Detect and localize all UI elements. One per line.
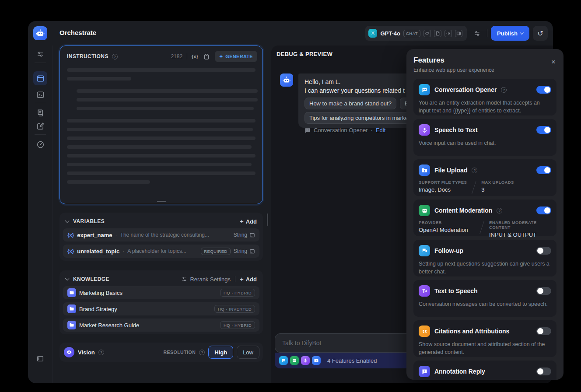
knowledge-title: KNOWLEDGE bbox=[73, 276, 109, 282]
feature-card-follow-up: Follow-up Setting up next questions sugg… bbox=[413, 240, 556, 276]
feature-card-speech-to-text: Speech to Text Voice input can be used i… bbox=[413, 119, 556, 156]
sliders-icon bbox=[181, 276, 187, 282]
speech-to-text-mini-icon bbox=[301, 356, 310, 365]
audio-capability-icon bbox=[444, 30, 452, 37]
follow-up-toggle[interactable] bbox=[536, 247, 551, 255]
robot-icon bbox=[35, 28, 45, 38]
help-icon[interactable]: ? bbox=[112, 54, 118, 60]
help-icon[interactable]: ? bbox=[472, 168, 477, 173]
feature-card-annotation-reply: Annotation Reply bbox=[413, 360, 556, 380]
scrollbar-thumb[interactable] bbox=[267, 214, 268, 226]
help-icon[interactable]: ? bbox=[501, 87, 507, 93]
variables-title: VARIABLES bbox=[73, 218, 105, 224]
content-moderation-toggle[interactable] bbox=[536, 206, 551, 214]
knowledge-item[interactable]: Marketing Basics HQ · HYBRID bbox=[63, 286, 259, 299]
dataset-folder-icon bbox=[67, 304, 76, 313]
close-icon[interactable]: × bbox=[551, 58, 556, 66]
help-icon[interactable]: ? bbox=[497, 208, 502, 214]
publish-button[interactable]: Publish bbox=[491, 26, 529, 41]
instructions-panel[interactable]: INSTRUCTIONS ? 2182 {x} ✦ GENERATE bbox=[60, 46, 263, 204]
sidebar-collapse-button[interactable] bbox=[34, 353, 46, 365]
features-panel: Features × Enhance web app user experien… bbox=[406, 49, 564, 380]
openai-logo-icon: ✳ bbox=[368, 29, 377, 38]
required-badge: REQUIRED bbox=[201, 248, 230, 255]
vision-section: Vision ? RESOLUTION ? High Low bbox=[60, 343, 263, 362]
text-to-speech-icon bbox=[419, 285, 430, 297]
file-upload-toggle[interactable] bbox=[536, 166, 551, 174]
sidebar-item-logs[interactable] bbox=[34, 107, 46, 119]
file-upload-icon bbox=[419, 164, 430, 176]
annotation-reply-icon bbox=[419, 366, 430, 377]
variable-row[interactable]: {x} expert_name · The name of the strate… bbox=[63, 228, 259, 242]
text-to-speech-toggle[interactable] bbox=[536, 287, 551, 295]
vision-eye-icon bbox=[64, 347, 74, 357]
instructions-text-skeleton bbox=[60, 62, 262, 184]
add-variable-button[interactable]: +Add bbox=[240, 218, 257, 225]
copy-button[interactable] bbox=[202, 52, 211, 61]
help-icon[interactable]: ? bbox=[98, 350, 104, 355]
debug-preview-title: DEBUG & PREVIEW bbox=[276, 51, 332, 57]
resize-handle[interactable] bbox=[157, 201, 166, 202]
insert-variable-button[interactable]: {x} bbox=[192, 54, 198, 59]
knowledge-item[interactable]: Market Research Guide HQ · HYBRID bbox=[63, 318, 259, 332]
generate-button[interactable]: ✦ GENERATE bbox=[215, 51, 257, 62]
feature-card-content-moderation: Content Moderation ? PROVIDEROpenAI Mode… bbox=[413, 200, 556, 236]
collapse-chevron-icon[interactable] bbox=[65, 219, 70, 223]
feature-card-file-upload: File Upload ? SUPPORT FILE TYPESImage, D… bbox=[413, 159, 556, 196]
instructions-title: INSTRUCTIONS bbox=[67, 53, 108, 60]
sidebar-item-settings[interactable] bbox=[34, 48, 46, 60]
sidebar-item-orchestrate[interactable] bbox=[33, 71, 47, 85]
variable-token-icon: {x} bbox=[67, 232, 74, 238]
resolution-high-button[interactable]: High bbox=[208, 346, 233, 359]
model-mode-badge: CHAT bbox=[403, 30, 420, 37]
features-panel-title: Features bbox=[413, 56, 556, 65]
chat-bubble-icon bbox=[304, 127, 311, 133]
model-selector[interactable]: ✳ GPT-4o CHAT bbox=[365, 26, 467, 41]
variable-token-icon: {x} bbox=[67, 248, 74, 254]
annotation-reply-toggle[interactable] bbox=[536, 368, 551, 375]
knowledge-section: KNOWLEDGE Rerank Settings +Add Marketing… bbox=[60, 270, 263, 334]
sidebar-item-annotations[interactable] bbox=[34, 120, 46, 132]
history-icon: ↺ bbox=[537, 29, 543, 38]
app-logo-robot-icon[interactable] bbox=[33, 26, 47, 40]
resolution-low-button[interactable]: Low bbox=[237, 346, 259, 359]
page-title: Orchestrate bbox=[60, 29, 96, 36]
vision-capability-icon bbox=[424, 30, 431, 37]
add-knowledge-button[interactable]: +Add bbox=[240, 276, 257, 283]
string-type-icon bbox=[249, 248, 255, 254]
conversation-opener-icon bbox=[419, 84, 430, 95]
topbar-divider bbox=[487, 29, 487, 37]
retrieval-badge: HQ · HYBRID bbox=[220, 321, 255, 329]
toolbar-divider bbox=[187, 53, 187, 60]
suggested-question-chip[interactable]: How to make a brand stand out? bbox=[304, 98, 396, 109]
sidebar-item-monitoring[interactable] bbox=[34, 138, 46, 150]
sidebar-item-terminal[interactable] bbox=[34, 88, 46, 101]
conversation-opener-toggle[interactable] bbox=[536, 86, 551, 94]
variable-row[interactable]: {x} unrelated_topic · A placeholder for … bbox=[63, 245, 259, 258]
conversation-opener-mini-icon bbox=[279, 356, 288, 365]
string-type-icon bbox=[249, 232, 255, 238]
follow-up-icon bbox=[419, 245, 430, 256]
sidebar-divider bbox=[35, 63, 46, 63]
model-parameters-button[interactable] bbox=[470, 27, 483, 40]
dataset-folder-icon bbox=[67, 288, 76, 297]
document-capability-icon bbox=[434, 30, 441, 37]
character-count: 2182 bbox=[171, 53, 182, 60]
feature-card-conversation-opener: Conversation Opener ? You are an entity … bbox=[413, 79, 556, 116]
chevron-down-icon bbox=[520, 31, 524, 34]
knowledge-item[interactable]: Brand Strategy HQ · INVERTED bbox=[63, 302, 259, 315]
citations-icon bbox=[419, 326, 430, 337]
content-moderation-icon bbox=[419, 205, 430, 216]
help-icon[interactable]: ? bbox=[199, 350, 205, 355]
feature-card-citations: Citations and Attributions Show source d… bbox=[413, 320, 556, 357]
citations-toggle[interactable] bbox=[536, 327, 551, 335]
features-panel-subtitle: Enhance web app user experience bbox=[413, 67, 556, 73]
collapse-chevron-icon[interactable] bbox=[65, 276, 70, 281]
rerank-settings-button[interactable]: Rerank Settings bbox=[181, 276, 231, 283]
version-history-button[interactable]: ↺ bbox=[533, 26, 548, 41]
retrieval-badge: HQ · INVERTED bbox=[214, 305, 255, 313]
variables-section: VARIABLES +Add {x} expert_name · The nam… bbox=[60, 213, 263, 261]
feature-card-text-to-speech: Text to Speech Conversation messages can… bbox=[413, 280, 556, 317]
edit-opener-link[interactable]: Edit bbox=[376, 127, 385, 133]
speech-to-text-toggle[interactable] bbox=[536, 126, 551, 134]
